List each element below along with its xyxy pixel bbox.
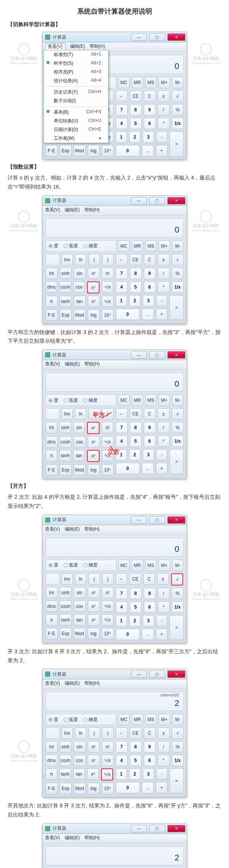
- func-cosh[interactable]: cosh: [60, 436, 72, 448]
- mode-deg[interactable]: 度: [48, 397, 58, 404]
- minimize-button[interactable]: —: [131, 197, 147, 205]
- key-1/x[interactable]: 1/x: [172, 755, 184, 766]
- func-x²[interactable]: x²: [88, 741, 100, 752]
- ms-button[interactable]: MS: [145, 77, 157, 88]
- key-←[interactable]: ←: [116, 573, 128, 585]
- func-ln[interactable]: ln: [75, 408, 86, 420]
- menu-help[interactable]: 帮助(H): [90, 43, 105, 51]
- key-6[interactable]: 6: [144, 118, 156, 129]
- mem-M+[interactable]: M+: [159, 240, 170, 252]
- func-Exp[interactable]: Exp: [60, 783, 72, 794]
- func-cos[interactable]: cos: [74, 601, 86, 612]
- func-Int[interactable]: Int: [46, 587, 58, 598]
- func-x²[interactable]: x²: [87, 422, 100, 434]
- menu-view[interactable]: 查看(V): [45, 835, 60, 842]
- func-xʸ[interactable]: xʸ: [88, 601, 100, 612]
- func-Inv[interactable]: Inv: [62, 573, 73, 585]
- mem-M-[interactable]: M-: [172, 560, 184, 571]
- key-0[interactable]: 0: [116, 782, 140, 793]
- key-%[interactable]: %: [172, 422, 184, 433]
- close-button[interactable]: ✕: [167, 825, 185, 832]
- key-%[interactable]: %: [172, 104, 184, 116]
- func-tan[interactable]: tan: [74, 296, 86, 307]
- title-bar[interactable]: 计算器—▢✕: [43, 350, 187, 360]
- key-1/x[interactable]: 1/x: [172, 281, 184, 293]
- func-Inv[interactable]: Inv: [62, 727, 73, 739]
- func-x³[interactable]: x³: [88, 614, 100, 626]
- mminus-button[interactable]: M-: [172, 77, 184, 88]
- menu-bar[interactable]: 查看(V) 编辑(E) 帮助(H) 标准型(T)Alt+1科学型(S)Alt+2…: [43, 42, 187, 52]
- func-ln[interactable]: ln: [75, 573, 86, 585]
- key-±[interactable]: ±: [158, 254, 170, 265]
- key-√[interactable]: √: [171, 573, 184, 585]
- key-plus[interactable]: +: [156, 309, 168, 320]
- menu-bar[interactable]: 查看(V)编辑(E)帮助(H): [43, 834, 187, 843]
- key-0[interactable]: 0: [116, 463, 140, 474]
- key-5[interactable]: 5: [130, 601, 142, 613]
- func-x²[interactable]: x²: [88, 587, 100, 598]
- key-dot[interactable]: .: [142, 463, 154, 474]
- maximize-button[interactable]: ▢: [149, 33, 165, 41]
- mem-MS[interactable]: MS: [145, 240, 157, 252]
- mem-MS[interactable]: MS: [145, 714, 157, 725]
- func-n![interactable]: n!: [102, 741, 114, 752]
- maximize-button[interactable]: ▢: [149, 670, 165, 678]
- func-xʸ[interactable]: xʸ: [87, 281, 100, 293]
- key-7[interactable]: 7: [116, 422, 128, 433]
- mode-grad[interactable]: 梯度: [83, 562, 98, 569]
- func-Inv[interactable]: Inv: [62, 254, 73, 265]
- func-Mod[interactable]: Mod: [74, 145, 86, 156]
- func-sin[interactable]: sin: [74, 587, 86, 598]
- key-plus[interactable]: +: [156, 782, 168, 793]
- mem-M+[interactable]: M+: [159, 395, 170, 406]
- func-cos[interactable]: cos: [73, 281, 85, 293]
- key-6[interactable]: 6: [144, 281, 156, 293]
- key-9[interactable]: 9: [144, 588, 156, 599]
- key-2[interactable]: 2: [129, 768, 140, 780]
- menu-edit[interactable]: 编辑(E): [65, 835, 80, 842]
- mem-MR[interactable]: MR: [132, 395, 143, 406]
- func-x³[interactable]: x³: [88, 296, 100, 307]
- mem-M-[interactable]: M-: [172, 714, 184, 725]
- key-3[interactable]: 3: [143, 768, 154, 780]
- key-1[interactable]: 1: [116, 768, 127, 780]
- key-/[interactable]: /: [158, 741, 170, 752]
- key-equals[interactable]: =: [170, 449, 183, 474]
- key-/[interactable]: /: [158, 268, 170, 279]
- key-8[interactable]: 8: [130, 104, 142, 116]
- key-*[interactable]: *: [158, 436, 170, 447]
- func-sinh[interactable]: sinh: [60, 587, 72, 598]
- key-1[interactable]: 1: [116, 615, 127, 626]
- func-ʸ√x[interactable]: ʸ√x: [102, 436, 114, 448]
- key-9[interactable]: 9: [144, 422, 156, 433]
- key-dot[interactable]: .: [142, 309, 154, 320]
- menu-edit[interactable]: 编辑(E): [65, 526, 80, 534]
- func-cosh[interactable]: cosh: [60, 601, 72, 612]
- func-([interactable]: (: [89, 254, 100, 265]
- key-*[interactable]: *: [158, 118, 170, 129]
- func-cosh[interactable]: cosh: [59, 281, 71, 293]
- func-tanh[interactable]: tanh: [60, 614, 72, 626]
- mem-M-[interactable]: M-: [172, 240, 184, 252]
- mem-MC[interactable]: MC: [118, 560, 130, 571]
- key-5[interactable]: 5: [130, 281, 142, 293]
- menu-item[interactable]: 基本(B)Ctrl+F4: [44, 108, 108, 117]
- func-sin[interactable]: sin: [73, 422, 85, 433]
- mode-deg[interactable]: 度: [48, 242, 58, 250]
- key-dot[interactable]: .: [142, 782, 154, 793]
- key-4[interactable]: 4: [116, 755, 128, 766]
- key-←[interactable]: ←: [116, 254, 128, 265]
- key-1[interactable]: 1: [116, 131, 127, 143]
- key-7[interactable]: 7: [116, 268, 128, 279]
- menu-edit[interactable]: 编辑(E): [70, 43, 85, 51]
- func-x²[interactable]: x²: [88, 268, 100, 279]
- menu-help[interactable]: 帮助(H): [84, 680, 100, 688]
- key-←[interactable]: ←: [116, 408, 128, 420]
- mem-M+[interactable]: M+: [159, 714, 170, 725]
- menu-bar[interactable]: 查看(V)编辑(E)帮助(H): [43, 360, 187, 370]
- menu-edit[interactable]: 编辑(E): [65, 207, 80, 214]
- func-10ˣ[interactable]: 10ˣ: [102, 309, 114, 321]
- key-4[interactable]: 4: [116, 281, 128, 293]
- func-10ˣ[interactable]: 10ˣ: [102, 783, 114, 794]
- func-³√x[interactable]: ³√x: [101, 768, 114, 781]
